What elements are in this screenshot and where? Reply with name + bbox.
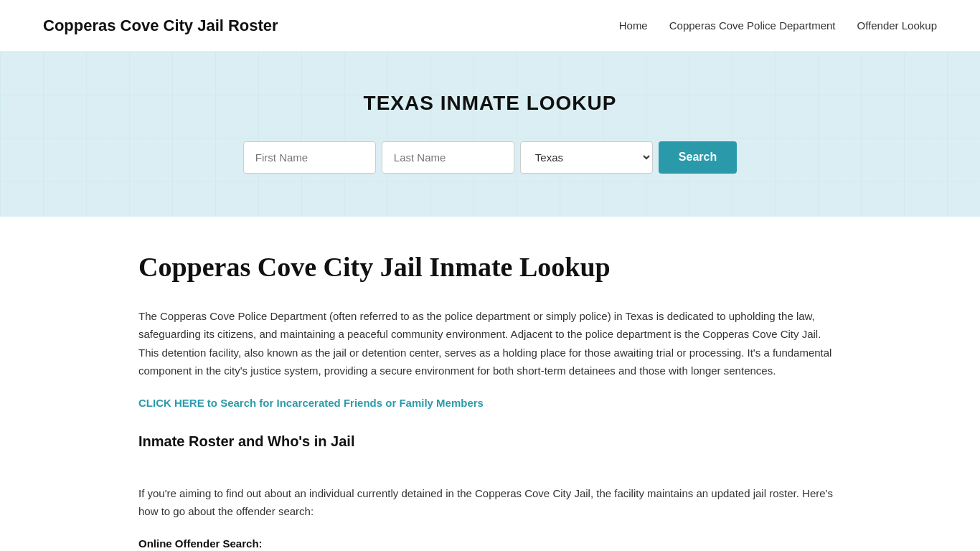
- nav-item-police[interactable]: Copperas Cove Police Department: [669, 17, 836, 34]
- nav-link-police[interactable]: Copperas Cove Police Department: [669, 19, 836, 32]
- nav-item-offender[interactable]: Offender Lookup: [857, 17, 937, 34]
- state-select[interactable]: Texas Alabama Alaska Arizona Arkansas Ca…: [520, 141, 653, 174]
- search-button[interactable]: Search: [659, 141, 737, 174]
- body-paragraph: If you're aiming to find out about an in…: [138, 484, 842, 521]
- main-nav: Home Copperas Cove Police Department Off…: [619, 17, 937, 34]
- section-subheading: Inmate Roster and Who's in Jail: [138, 430, 842, 453]
- nav-link-home[interactable]: Home: [619, 19, 648, 32]
- main-content: Copperas Cove City Jail Inmate Lookup Th…: [95, 217, 885, 551]
- nav-links: Home Copperas Cove Police Department Off…: [619, 17, 937, 34]
- intro-paragraph: The Copperas Cove Police Department (oft…: [138, 307, 842, 380]
- search-form: Texas Alabama Alaska Arizona Arkansas Ca…: [14, 141, 966, 174]
- page-heading: Copperas Cove City Jail Inmate Lookup: [138, 245, 842, 289]
- click-here-link[interactable]: CLICK HERE to Search for Incarcerated Fr…: [138, 395, 842, 412]
- hero-title: TEXAS INMATE LOOKUP: [14, 88, 966, 120]
- site-title: Copperas Cove City Jail Roster: [43, 13, 278, 38]
- online-offender-search-label: Online Offender Search:: [138, 535, 842, 551]
- hero-banner: TEXAS INMATE LOOKUP Texas Alabama Alaska…: [0, 52, 980, 217]
- site-header: Copperas Cove City Jail Roster Home Copp…: [0, 0, 980, 52]
- nav-link-offender[interactable]: Offender Lookup: [857, 19, 937, 32]
- first-name-input[interactable]: [243, 141, 376, 174]
- nav-item-home[interactable]: Home: [619, 17, 648, 34]
- last-name-input[interactable]: [382, 141, 514, 174]
